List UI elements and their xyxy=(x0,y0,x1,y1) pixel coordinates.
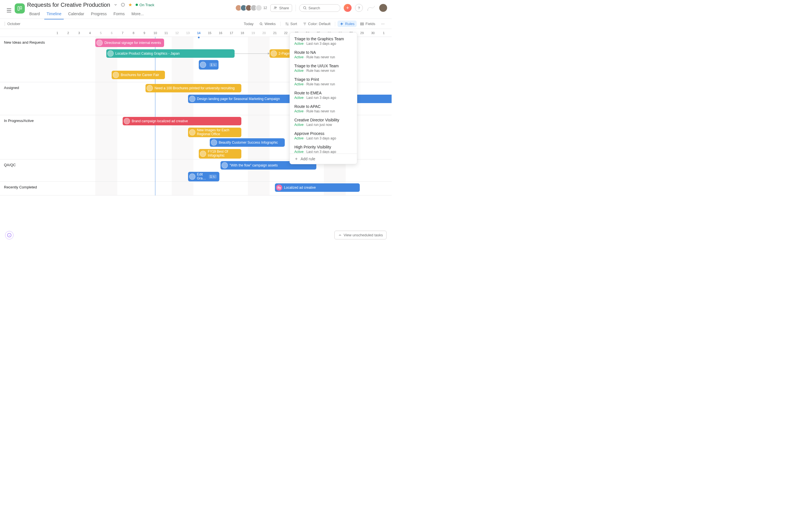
section-label[interactable]: Recently Completed xyxy=(0,182,52,195)
section-label[interactable]: In Progress/Active xyxy=(0,115,52,159)
date-cell: 30 xyxy=(367,29,378,37)
help-button[interactable]: ? xyxy=(355,4,363,12)
subtask-indicator: 1 xyxy=(209,63,217,67)
timeline[interactable]: 1234567891011121314151617181920212223242… xyxy=(0,29,392,244)
chevron-down-icon[interactable] xyxy=(114,3,117,7)
project-icon[interactable] xyxy=(15,3,25,13)
assignee-avatar xyxy=(147,85,153,91)
task-bar[interactable]: RyLocalized ad creative xyxy=(275,183,360,192)
date-cell: 10 xyxy=(150,29,161,37)
rule-item[interactable]: Route to EMEAActive · Last run 3 days ag… xyxy=(290,89,357,102)
project-title[interactable]: Requests for Creative Production xyxy=(27,2,110,8)
task-bar[interactable]: FY19 Best Of Infographic xyxy=(199,149,241,159)
today-button[interactable]: Today xyxy=(242,20,256,27)
star-icon[interactable] xyxy=(128,3,132,7)
tab-more[interactable]: More... xyxy=(129,9,146,19)
user-avatar[interactable] xyxy=(379,4,387,12)
member-avatars[interactable]: 12 xyxy=(237,4,267,11)
rule-meta: Active · Rule has never run xyxy=(294,82,352,86)
assignee-avatar xyxy=(189,96,195,102)
header: Requests for Creative Production On Trac… xyxy=(0,0,392,19)
rule-name: Triage to Print xyxy=(294,77,352,82)
workspace-logo[interactable] xyxy=(366,4,376,12)
assignee-avatar xyxy=(107,50,114,57)
rule-item[interactable]: Route to APACActive · Rule has never run xyxy=(290,102,357,115)
svg-marker-5 xyxy=(129,3,132,6)
fields-button[interactable]: Fields xyxy=(358,20,377,27)
task-title: Need a 100 Brochures printed for univers… xyxy=(154,86,235,90)
rule-meta: Active · Rule has never run xyxy=(294,55,352,59)
rule-name: Triage to the Graphics Team xyxy=(294,37,352,41)
color-button[interactable]: Color: Default xyxy=(301,20,333,27)
svg-point-18 xyxy=(382,24,382,24)
rules-button[interactable]: Rules xyxy=(338,20,357,27)
search-box[interactable] xyxy=(299,4,340,12)
rule-name: Approve Process xyxy=(294,131,352,136)
task-bar[interactable]: Directional signage for internal events xyxy=(95,39,164,47)
rule-meta: Active · Last run 3 days ago xyxy=(294,96,352,100)
zoom-button[interactable]: Weeks xyxy=(257,20,278,27)
task-bar[interactable]: Need a 100 Brochures printed for univers… xyxy=(146,84,241,93)
date-cell: 2 xyxy=(63,29,74,37)
rule-item[interactable]: Approve ProcessActive · Last run 3 days … xyxy=(290,129,357,143)
task-bar[interactable]: B fo1 xyxy=(199,60,218,69)
date-cell: 9 xyxy=(139,29,150,37)
assignee-avatar xyxy=(124,118,130,124)
search-input[interactable] xyxy=(308,6,337,10)
tab-timeline[interactable]: Timeline xyxy=(44,9,63,19)
svg-rect-0 xyxy=(18,6,19,10)
add-button[interactable]: + xyxy=(344,4,352,12)
month-label: October xyxy=(4,22,20,26)
svg-point-20 xyxy=(384,24,384,24)
task-title: New Images for Each Regional Office xyxy=(197,128,239,136)
date-cell: 2 xyxy=(389,29,392,37)
info-icon xyxy=(7,233,11,237)
task-bar[interactable]: Brochures for Career Fair xyxy=(112,71,165,79)
date-cell: 11 xyxy=(161,29,172,37)
rule-meta: Active · Last run 3 days ago xyxy=(294,136,352,140)
assignee-avatar xyxy=(200,62,206,68)
task-bar[interactable]: Beautify Customer Success Infographic xyxy=(210,138,285,147)
help-float-button[interactable] xyxy=(5,231,13,239)
unscheduled-button[interactable]: View unscheduled tasks xyxy=(335,231,387,239)
date-cell: 1 xyxy=(378,29,389,37)
lightning-icon xyxy=(340,22,344,26)
add-rule-label: Add rule xyxy=(301,157,315,161)
menu-button[interactable] xyxy=(4,6,13,15)
status-text: On Track xyxy=(140,3,154,7)
search-icon xyxy=(303,6,307,10)
section-label[interactable]: Assigned xyxy=(0,82,52,115)
task-bar[interactable]: Edit Graph...1 xyxy=(188,172,220,181)
task-bar[interactable]: New Images for Each Regional Office xyxy=(188,128,241,137)
task-title: FY19 Best Of Infographic xyxy=(208,150,239,158)
share-button[interactable]: Share xyxy=(270,4,292,12)
task-bar[interactable]: Brand campaign localized ad creative xyxy=(123,117,241,125)
section-label[interactable]: QA/QC xyxy=(0,159,52,181)
tab-calendar[interactable]: Calendar xyxy=(66,9,87,19)
task-bar[interactable]: Localize Product Catalog Graphics - Japa… xyxy=(106,49,235,58)
svg-marker-15 xyxy=(340,22,343,25)
tab-progress[interactable]: Progress xyxy=(89,9,109,19)
rule-item[interactable]: Triage to the Graphics TeamActive · Last… xyxy=(290,34,357,48)
tab-board[interactable]: Board xyxy=(27,9,42,19)
task-title: Edit Graph... xyxy=(197,173,207,180)
svg-rect-17 xyxy=(361,24,364,25)
tab-forms[interactable]: Forms xyxy=(111,9,127,19)
task-title: Brand campaign localized ad creative xyxy=(132,119,188,123)
sort-button[interactable]: Sort xyxy=(283,20,299,27)
status-badge[interactable]: On Track xyxy=(136,3,154,7)
more-button[interactable] xyxy=(378,21,387,27)
rule-item[interactable]: Triage to PrintActive · Rule has never r… xyxy=(290,75,357,89)
section-label[interactable]: New Ideas and Requests xyxy=(0,37,52,82)
rule-item[interactable]: Triage to the UI/UX TeamActive · Rule ha… xyxy=(290,61,357,75)
rule-item[interactable]: High Priority VisibilityActive · Last ru… xyxy=(290,143,357,154)
rule-item[interactable]: Route to NAActive · Rule has never run xyxy=(290,48,357,61)
filter-icon xyxy=(303,22,307,26)
assignee-avatar: Ry xyxy=(276,184,282,191)
info-icon[interactable] xyxy=(121,3,125,7)
add-rule-button[interactable]: Add rule xyxy=(290,154,357,164)
svg-point-6 xyxy=(274,7,276,8)
rule-item[interactable]: Creative Director VisibilityActive · Las… xyxy=(290,115,357,129)
assignee-avatar xyxy=(189,173,195,180)
date-cell: 29 xyxy=(357,29,368,37)
